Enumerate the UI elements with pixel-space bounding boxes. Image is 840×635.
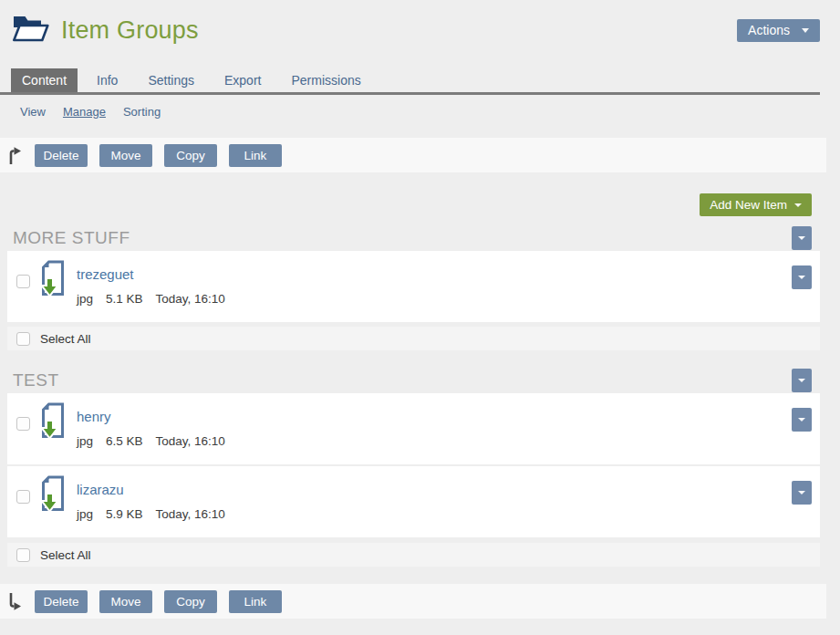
link-button[interactable]: Link <box>229 590 282 613</box>
group-header-test: TEST <box>7 369 820 392</box>
item-row-trezeguet: trezeguet jpg 5.1 KB Today, 16:10 <box>7 251 820 322</box>
item-filetype: jpg <box>77 434 93 448</box>
item-checkbox[interactable] <box>16 417 30 431</box>
add-new-item-label: Add New Item <box>710 198 787 212</box>
item-modified: Today, 16:10 <box>156 434 225 448</box>
item-info: henry jpg 6.5 KB Today, 16:10 <box>77 409 225 448</box>
select-all-bar-more-stuff: Select All <box>7 327 820 350</box>
item-row-lizarazu: lizarazu jpg 5.9 KB Today, 16:10 <box>7 466 820 537</box>
item-checkbox[interactable] <box>16 490 30 504</box>
page-title: Item Groups <box>61 16 199 45</box>
corner-arrow-up-right-icon <box>6 146 23 165</box>
sub-navigation: View Manage Sorting <box>0 95 840 119</box>
item-dropdown-button[interactable] <box>792 265 812 289</box>
caret-down-icon <box>798 276 805 279</box>
copy-button[interactable]: Copy <box>164 144 217 167</box>
caret-down-icon <box>798 418 805 422</box>
link-button[interactable]: Link <box>229 144 282 167</box>
tab-bar: Content Info Settings Export Permissions <box>0 68 820 95</box>
actions-button-label: Actions <box>748 23 790 37</box>
item-info: trezeguet jpg 5.1 KB Today, 16:10 <box>77 266 225 306</box>
corner-arrow-down-right-icon <box>6 592 23 611</box>
caret-down-icon <box>798 379 805 382</box>
tab-info[interactable]: Info <box>86 68 129 92</box>
caret-down-icon <box>794 203 802 207</box>
item-dropdown-button[interactable] <box>792 481 812 505</box>
subnav-manage[interactable]: Manage <box>63 105 106 119</box>
tab-permissions[interactable]: Permissions <box>280 68 371 92</box>
item-meta: jpg 5.1 KB Today, 16:10 <box>77 292 225 306</box>
item-modified: Today, 16:10 <box>156 292 225 306</box>
item-filetype: jpg <box>77 507 93 521</box>
item-info: lizarazu jpg 5.9 KB Today, 16:10 <box>77 482 225 521</box>
group-header-more-stuff: MORE STUFF <box>7 226 820 250</box>
item-checkbox[interactable] <box>16 275 30 288</box>
move-button[interactable]: Move <box>99 144 152 167</box>
select-all-label: Select All <box>40 548 91 562</box>
delete-button[interactable]: Delete <box>35 144 88 167</box>
group-title: MORE STUFF <box>13 228 130 248</box>
item-modified: Today, 16:10 <box>156 507 225 521</box>
actions-button[interactable]: Actions <box>737 19 820 42</box>
bulk-toolbar-bottom: Delete Move Copy Link <box>0 584 826 619</box>
page-header: Item Groups Actions <box>0 0 840 46</box>
group-dropdown-button[interactable] <box>792 226 812 250</box>
folder-icon <box>13 15 49 47</box>
item-name-link[interactable]: henry <box>77 409 111 424</box>
item-filetype: jpg <box>77 292 93 306</box>
select-all-label: Select All <box>40 332 91 346</box>
file-download-icon <box>40 402 66 442</box>
group-dropdown-button[interactable] <box>792 369 812 392</box>
file-download-icon <box>40 475 66 515</box>
bulk-toolbar-top: Delete Move Copy Link <box>0 138 826 172</box>
subnav-sorting[interactable]: Sorting <box>123 105 161 119</box>
file-download-icon <box>40 260 66 300</box>
caret-down-icon <box>798 491 805 494</box>
caret-down-icon <box>798 236 805 240</box>
tab-export[interactable]: Export <box>213 68 272 92</box>
tab-content[interactable]: Content <box>11 68 78 92</box>
copy-button[interactable]: Copy <box>164 590 217 613</box>
item-row-henry: henry jpg 6.5 KB Today, 16:10 <box>7 393 820 464</box>
item-filesize: 5.9 KB <box>106 507 143 521</box>
move-button[interactable]: Move <box>99 590 152 613</box>
item-dropdown-button[interactable] <box>792 408 812 432</box>
add-new-item-row: Add New Item <box>0 193 812 216</box>
delete-button[interactable]: Delete <box>35 590 88 613</box>
item-name-link[interactable]: trezeguet <box>77 266 134 282</box>
add-new-item-button[interactable]: Add New Item <box>700 193 812 216</box>
item-filesize: 6.5 KB <box>106 434 143 448</box>
group-title: TEST <box>13 370 59 390</box>
select-all-bar-test: Select All <box>7 543 820 567</box>
caret-down-icon <box>802 28 809 33</box>
subnav-view[interactable]: View <box>20 105 46 119</box>
tab-settings[interactable]: Settings <box>137 68 205 92</box>
item-meta: jpg 6.5 KB Today, 16:10 <box>77 434 225 448</box>
select-all-checkbox[interactable] <box>16 548 30 562</box>
select-all-checkbox[interactable] <box>16 332 30 346</box>
item-meta: jpg 5.9 KB Today, 16:10 <box>77 507 225 521</box>
item-filesize: 5.1 KB <box>106 292 143 306</box>
item-name-link[interactable]: lizarazu <box>77 482 124 497</box>
